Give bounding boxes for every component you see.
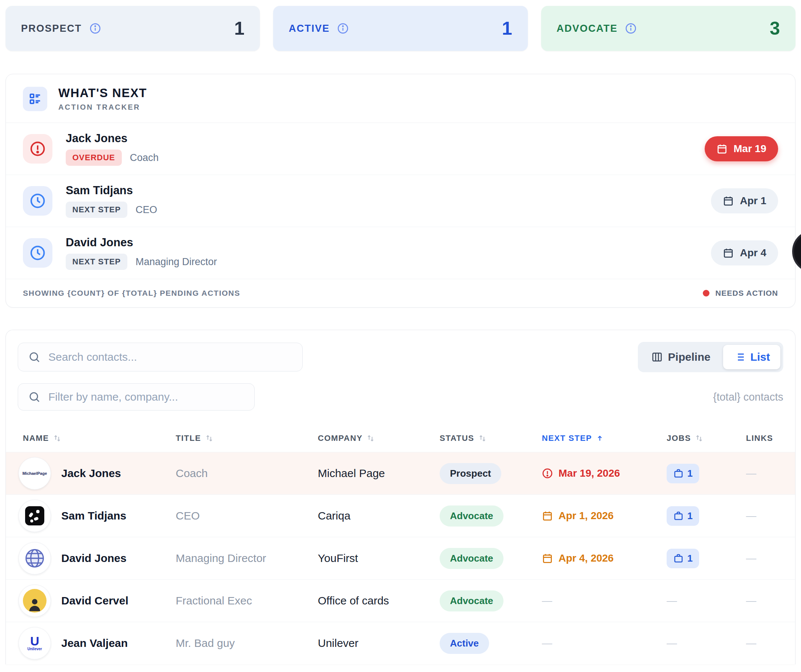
- contacts-toolbar: Pipeline List: [6, 330, 795, 372]
- links-cell: —: [740, 510, 784, 522]
- table-header-row: NAME TITLE COMPANY STATUS NEXT STEP JOBS: [6, 425, 795, 452]
- calendar-icon: [716, 143, 727, 154]
- stat-label-advocate: ADVOCATE: [557, 23, 618, 34]
- next-step-cell: —: [536, 595, 661, 607]
- contact-title: Fractional Exec: [170, 595, 312, 607]
- filter-contacts-input[interactable]: [48, 391, 244, 403]
- action-date-button[interactable]: Apr 1: [711, 188, 778, 213]
- jobs-cell: —: [661, 637, 740, 649]
- contacts-total-label: {total} contacts: [713, 391, 783, 403]
- avatar-unilever: U Unilever: [18, 627, 51, 659]
- contact-title: Managing Director: [170, 552, 312, 564]
- stat-count-advocate: 3: [770, 18, 780, 39]
- pending-actions-summary: SHOWING {COUNT} OF {TOTAL} PENDING ACTIO…: [23, 289, 240, 298]
- status-badge: Advocate: [440, 590, 503, 611]
- links-cell: —: [740, 467, 784, 479]
- next-step-cell: —: [536, 637, 661, 649]
- contact-name: Sam Tidjans: [61, 509, 126, 522]
- action-date-button[interactable]: Mar 19: [704, 136, 778, 161]
- contact-company: Unilever: [312, 637, 434, 649]
- contacts-panel: Pipeline List {total} contacts NAME TITL…: [6, 330, 795, 664]
- contact-row-sam-tidjans[interactable]: Sam Tidjans CEO Cariqa Advocate Apr 1, 2…: [6, 495, 795, 537]
- next-step-date: Mar 19, 2026: [536, 467, 661, 479]
- stat-card-active: ACTIVE 1: [273, 6, 528, 51]
- action-item-sam-tidjans[interactable]: Sam Tidjans NEXT STEP CEO Apr 1: [6, 175, 795, 227]
- status-badge: Advocate: [440, 548, 503, 569]
- links-cell: —: [740, 595, 784, 607]
- action-contact-name: David Jones: [66, 236, 217, 249]
- search-contacts-input[interactable]: [48, 351, 292, 363]
- whats-next-footer: SHOWING {COUNT} OF {TOTAL} PENDING ACTIO…: [6, 279, 795, 307]
- action-tracker-icon: [23, 87, 47, 111]
- jobs-cell: —: [661, 595, 740, 607]
- contact-title: Coach: [170, 467, 312, 480]
- clock-icon: [23, 186, 52, 216]
- sort-ascending-icon: [596, 434, 604, 442]
- next-step-badge: NEXT STEP: [66, 254, 127, 270]
- info-icon[interactable]: [625, 23, 637, 34]
- status-badge: Active: [440, 633, 489, 654]
- info-icon[interactable]: [337, 23, 349, 34]
- jobs-badge[interactable]: 1: [667, 506, 699, 526]
- jobs-badge[interactable]: 1: [667, 464, 699, 483]
- contacts-table: NAME TITLE COMPANY STATUS NEXT STEP JOBS: [6, 425, 795, 664]
- column-header-company[interactable]: COMPANY: [312, 433, 434, 443]
- stat-count-prospect: 1: [235, 18, 245, 39]
- whats-next-subtitle: ACTION TRACKER: [58, 103, 147, 111]
- contacts-filter-row: {total} contacts: [6, 372, 795, 411]
- needs-action-legend: NEEDS ACTION: [703, 289, 778, 298]
- list-view-button[interactable]: List: [723, 345, 780, 369]
- column-header-next-step[interactable]: NEXT STEP: [536, 433, 661, 443]
- status-badge: Advocate: [440, 506, 503, 527]
- column-header-name[interactable]: NAME: [17, 433, 170, 443]
- stat-card-prospect: PROSPECT 1: [6, 6, 260, 51]
- calendar-icon: [723, 247, 734, 258]
- links-cell: —: [740, 637, 784, 649]
- column-header-title[interactable]: TITLE: [170, 433, 312, 443]
- column-header-status[interactable]: STATUS: [434, 433, 536, 443]
- sort-icon: [53, 434, 62, 443]
- action-contact-role: CEO: [135, 204, 157, 216]
- filter-box: [18, 383, 255, 411]
- contact-company: Office of cards: [312, 595, 434, 607]
- view-toggle: Pipeline List: [638, 342, 783, 372]
- avatar-person-photo: [18, 585, 51, 617]
- search-icon: [29, 351, 40, 363]
- briefcase-icon: [673, 553, 684, 564]
- pipeline-view-button[interactable]: Pipeline: [641, 345, 721, 369]
- contact-name: David Jones: [61, 552, 127, 564]
- contact-row-jack-jones[interactable]: MichaelPage Jack Jones Coach Michael Pag…: [6, 452, 795, 495]
- column-header-jobs[interactable]: JOBS: [661, 433, 740, 443]
- action-date-button[interactable]: Apr 4: [711, 240, 778, 266]
- contact-row-david-cervel[interactable]: David Cervel Fractional Exec Office of c…: [6, 579, 795, 622]
- avatar-cariqa: [18, 500, 51, 532]
- contact-name: David Cervel: [61, 595, 129, 607]
- stat-count-active: 1: [502, 18, 512, 39]
- whats-next-title: WHAT'S NEXT: [58, 86, 147, 100]
- contact-title: CEO: [170, 509, 312, 522]
- clock-icon: [23, 238, 52, 268]
- alert-circle-icon: [542, 468, 553, 479]
- alert-circle-icon: [23, 134, 52, 164]
- contact-row-david-jones[interactable]: David Jones Managing Director YouFirst A…: [6, 537, 795, 579]
- search-contacts-box: [18, 343, 303, 371]
- contact-company: YouFirst: [312, 552, 434, 564]
- action-contact-name: Jack Jones: [66, 132, 159, 145]
- action-item-jack-jones[interactable]: Jack Jones OVERDUE Coach Mar 19: [6, 123, 795, 175]
- action-item-david-jones[interactable]: David Jones NEXT STEP Managing Director …: [6, 227, 795, 279]
- sort-icon: [478, 434, 487, 443]
- sort-icon: [205, 434, 214, 443]
- jobs-badge[interactable]: 1: [667, 549, 699, 568]
- action-contact-role: Managing Director: [135, 256, 217, 268]
- stat-label-active: ACTIVE: [289, 23, 330, 34]
- calendar-icon: [542, 553, 553, 564]
- sort-icon: [695, 434, 704, 443]
- info-icon[interactable]: [89, 23, 101, 34]
- search-icon: [29, 391, 40, 403]
- action-contact-role: Coach: [130, 152, 159, 164]
- contact-company: Michael Page: [312, 467, 434, 480]
- briefcase-icon: [673, 468, 684, 479]
- contact-row-jean-valjean[interactable]: U Unilever Jean Valjean Mr. Bad guy Unil…: [6, 622, 795, 664]
- column-header-links: LINKS: [740, 433, 784, 443]
- stat-card-advocate: ADVOCATE 3: [541, 6, 795, 51]
